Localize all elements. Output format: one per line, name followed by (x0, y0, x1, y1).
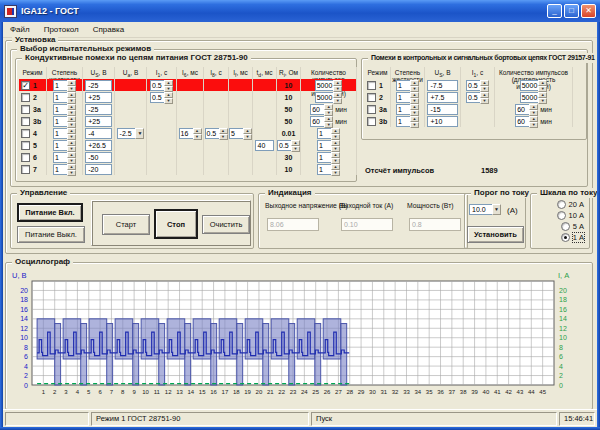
spinner-arrows[interactable]: ▲▼ (243, 128, 252, 139)
mode-checkbox-5[interactable] (21, 141, 30, 150)
spinner-count[interactable]: 60▲▼ (515, 116, 538, 127)
input-us[interactable]: +7.5 (427, 92, 457, 103)
mode-checkbox-3b[interactable] (367, 117, 376, 126)
spinner-arrows[interactable]: ▲▼ (529, 104, 538, 115)
spinner-arrows[interactable]: ▲▼ (67, 104, 76, 115)
mode-checkbox-1[interactable]: ✓ (21, 81, 30, 90)
input-us[interactable]: +26.5 (85, 140, 112, 151)
mode-checkbox-2[interactable] (367, 93, 376, 102)
spinner-arrows[interactable]: ▲▼ (333, 92, 342, 103)
spinner-t1[interactable]: 0.5▲▼ (466, 92, 489, 103)
spinner-arrows[interactable]: ▲▼ (529, 116, 538, 127)
spinner-sev[interactable]: 1▲▼ (53, 104, 76, 115)
spinner-count[interactable]: 60▲▼ (515, 104, 538, 115)
spinner-count[interactable]: 1▲▼ (317, 140, 340, 151)
spinner-arrows[interactable]: ▲▼ (538, 80, 547, 91)
spinner-tf[interactable]: 5▲▼ (229, 128, 252, 139)
start-button[interactable]: Старт (102, 214, 150, 235)
spinner-t1[interactable]: 0.5▲▼ (466, 80, 489, 91)
spinner-count[interactable]: 1▲▼ (317, 152, 340, 163)
spinner-count[interactable]: 1▲▼ (317, 128, 340, 139)
power-off-button[interactable]: Питание Выкл. (17, 226, 85, 243)
spinner-sev[interactable]: 1▲▼ (53, 92, 76, 103)
spinner-sev[interactable]: 1▲▼ (53, 164, 76, 175)
radio-icon[interactable] (557, 211, 566, 220)
spinner-count[interactable]: 1▲▼ (317, 164, 340, 175)
spin-down-icon[interactable]: ▼ (529, 122, 538, 128)
input-us[interactable]: -25 (85, 80, 112, 91)
spinner-t6[interactable]: 16▲▼ (179, 128, 202, 139)
scale-option-5А[interactable]: 5 А (561, 222, 584, 231)
spinner-count[interactable]: 60▲▼ (310, 104, 333, 115)
mode-checkbox-3b[interactable] (21, 117, 30, 126)
spinner-arrows[interactable]: ▲▼ (219, 128, 228, 139)
spinner-arrows[interactable]: ▲▼ (333, 80, 342, 91)
spinner-sev[interactable]: 1▲▼ (53, 152, 76, 163)
input-us[interactable]: -4 (85, 128, 112, 139)
menu-3[interactable]: Справка (86, 23, 131, 36)
input-us[interactable]: +25 (85, 92, 112, 103)
spinner-sev[interactable]: 1▲▼ (396, 92, 419, 103)
scale-option-1А[interactable]: 1 А (561, 233, 584, 242)
spinner-arrows[interactable]: ▲▼ (291, 140, 300, 151)
input-us[interactable]: -20 (85, 164, 112, 175)
scale-option-10А[interactable]: 10 А (557, 211, 584, 220)
spinner-arrows[interactable]: ▲▼ (331, 140, 340, 151)
clear-button[interactable]: Очистить (202, 215, 250, 234)
spinner-sev[interactable]: 1▲▼ (396, 80, 419, 91)
spinner-arrows[interactable]: ▲▼ (410, 116, 419, 127)
input-us[interactable]: +10 (427, 116, 457, 127)
spinner-sev[interactable]: 1▲▼ (53, 128, 76, 139)
chevron-down-icon[interactable]: ▼ (492, 204, 501, 215)
input-td[interactable]: 40 (255, 140, 275, 151)
input-us[interactable]: -15 (427, 104, 457, 115)
spinner-count[interactable]: 5000▲▼ (520, 80, 548, 91)
mode-checkbox-3a[interactable] (367, 105, 376, 114)
spinner-arrows[interactable]: ▲▼ (324, 116, 333, 127)
power-on-button[interactable]: Питание Вкл. (17, 203, 83, 222)
input-us[interactable]: -25 (85, 104, 112, 115)
spinner-count[interactable]: 5000▲▼ (315, 80, 343, 91)
spin-down-icon[interactable]: ▼ (331, 170, 340, 176)
spinner-arrows[interactable]: ▲▼ (67, 80, 76, 91)
spinner-arrows[interactable]: ▲▼ (67, 152, 76, 163)
spinner-arrows[interactable]: ▲▼ (410, 104, 419, 115)
set-threshold-button[interactable]: Установить (467, 226, 524, 243)
spinner-count[interactable]: 60▲▼ (310, 116, 333, 127)
spinner-count[interactable]: 5000▲▼ (315, 92, 343, 103)
spinner-arrows[interactable]: ▲▼ (67, 116, 76, 127)
spinner-arrows[interactable]: ▲▼ (410, 80, 419, 91)
spinner-arrows[interactable]: ▲▼ (324, 104, 333, 115)
spinner-arrows[interactable]: ▲▼ (164, 80, 173, 91)
spinner-arrows[interactable]: ▲▼ (410, 92, 419, 103)
close-button[interactable]: ✕ (581, 4, 596, 18)
spinner-arrows[interactable]: ▲▼ (331, 152, 340, 163)
mode-checkbox-3a[interactable] (21, 105, 30, 114)
radio-icon[interactable] (561, 233, 570, 242)
maximize-button[interactable]: □ (564, 4, 579, 18)
spinner-sev[interactable]: 1▲▼ (396, 104, 419, 115)
spinner-arrows[interactable]: ▲▼ (67, 140, 76, 151)
spinner-t8[interactable]: 0.5▲▼ (205, 128, 228, 139)
spin-down-icon[interactable]: ▼ (410, 122, 419, 128)
mode-checkbox-4[interactable] (21, 129, 30, 138)
input-us[interactable]: -7.5 (427, 80, 457, 91)
spinner-arrows[interactable]: ▲▼ (480, 80, 489, 91)
spinner-arrows[interactable]: ▲▼ (67, 128, 76, 139)
spinner-sev[interactable]: 1▲▼ (53, 116, 76, 127)
spinner-arrows[interactable]: ▲▼ (164, 92, 173, 103)
spin-down-icon[interactable]: ▼ (67, 170, 76, 176)
combo-ua[interactable]: -2.5▼ (117, 128, 145, 139)
radio-icon[interactable] (557, 200, 566, 209)
minimize-button[interactable]: _ (547, 4, 562, 18)
input-us[interactable]: -50 (85, 152, 112, 163)
spinner-sev[interactable]: 1▲▼ (53, 140, 76, 151)
mode-checkbox-7[interactable] (21, 165, 30, 174)
mode-checkbox-2[interactable] (21, 93, 30, 102)
spinner-arrows[interactable]: ▲▼ (331, 164, 340, 175)
chevron-down-icon[interactable]: ▼ (135, 128, 144, 139)
radio-icon[interactable] (561, 222, 570, 231)
spinner-count[interactable]: 5000▲▼ (520, 92, 548, 103)
scale-option-20А[interactable]: 20 А (557, 200, 584, 209)
spinner-t1[interactable]: 0.5▲▼ (150, 80, 173, 91)
